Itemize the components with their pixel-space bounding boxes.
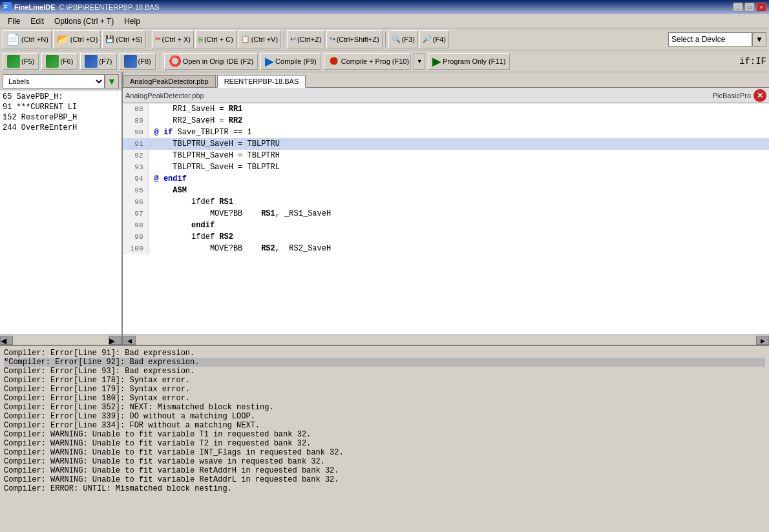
- output-line: "Compiler: Error[Line 92]: Bad expressio…: [4, 358, 765, 367]
- table-row: 100 MOVE?BB RS2, RS2_SaveH: [123, 243, 769, 254]
- left-hscroll-left[interactable]: ◀: [0, 336, 13, 345]
- labels-filter-button[interactable]: ▼: [105, 74, 119, 88]
- tab-analog[interactable]: AnalogPeakDetector.pbp: [123, 75, 216, 87]
- list-item: 244 OverReEnterH: [1, 123, 120, 133]
- menu-bar: File Edit Options (Ctrl + T) Help: [0, 14, 769, 28]
- paste-icon: 📋: [241, 35, 250, 43]
- cut-icon: ✂: [155, 35, 161, 43]
- f6-icon: [46, 55, 59, 68]
- redo-button[interactable]: ↪ (Ctrl+Shift+Z): [326, 30, 383, 48]
- left-hscroll-right[interactable]: ▶: [109, 336, 121, 345]
- chevron-down-icon: ▼: [755, 35, 763, 44]
- f7-button[interactable]: (F7): [80, 53, 116, 70]
- sep3: [385, 32, 386, 47]
- window-controls[interactable]: _ □ ×: [733, 3, 766, 12]
- tabs-bar: AnalogPeakDetector.pbp REENTERPBP-18.BAS: [123, 72, 769, 88]
- f5-button[interactable]: (F5): [3, 53, 39, 70]
- table-row: 99 ifdef RS2: [123, 231, 769, 243]
- close-window-btn[interactable]: ×: [756, 3, 766, 12]
- minimize-btn[interactable]: _: [733, 3, 743, 12]
- table-row: 92 TBLPTRH_SaveH = TBLPTRH: [123, 150, 769, 161]
- output-line: Compiler: WARNING: Unable to fit variabl…: [4, 430, 765, 439]
- open-orig-icon: ⭕: [169, 55, 182, 67]
- editor-compiler-label: PicBasicPro: [713, 92, 751, 99]
- list-item: 91 ***CURRENT LI: [1, 102, 120, 112]
- compile-prog-icon: ⏺: [328, 54, 340, 68]
- output-line: Compiler: WARNING: Unable to fit variabl…: [4, 466, 765, 475]
- compile-prog-dropdown[interactable]: ▼: [414, 53, 425, 70]
- code-table: 88 RR1_SaveH = RR1 89 RR2_SaveH = RR2 90…: [123, 103, 769, 254]
- tab-reenter[interactable]: REENTERPBP-18.BAS: [217, 75, 306, 88]
- copy-icon: ⎘: [198, 36, 203, 43]
- labels-list: 65 SavePBP_H: 91 ***CURRENT LI 152 Resto…: [0, 90, 121, 334]
- labels-header: Labels ▼: [0, 72, 121, 90]
- table-row: 90 @ if Save_TBLPTR == 1: [123, 127, 769, 138]
- table-row: 88 RR1_SaveH = RR1: [123, 103, 769, 115]
- editor-header: AnalogPeakDetector.pbp PicBasicPro ✕: [123, 88, 769, 103]
- table-row: 98 endif: [123, 220, 769, 231]
- device-dropdown-button[interactable]: ▼: [752, 32, 766, 46]
- program-only-button[interactable]: ▶ Program Only (F11): [428, 53, 510, 70]
- find-icon: 🔍: [392, 35, 401, 43]
- content-area: Labels ▼ 65 SavePBP_H: 91 ***CURRENT LI …: [0, 72, 769, 345]
- compile-prog-button[interactable]: ⏺ Compile + Prog (F10): [324, 53, 411, 70]
- if-label: if:IF: [739, 56, 766, 66]
- redo-icon: ↪: [330, 35, 335, 43]
- find-next-icon: 🔎: [423, 35, 432, 43]
- new-icon: 📄: [6, 32, 20, 46]
- close-editor-button[interactable]: ✕: [753, 89, 766, 102]
- undo-button[interactable]: ↩ (Ctrl+Z): [287, 30, 325, 48]
- output-panel: Compiler: Error[Line 91]: Bad expression…: [0, 345, 769, 532]
- output-line: Compiler: Error[Line 178]: Syntax error.: [4, 376, 765, 385]
- paste-button[interactable]: 📋 (Ctrl +V): [238, 30, 281, 48]
- table-row: 94 @ endif: [123, 173, 769, 185]
- new-button[interactable]: 📄 (Ctrl +N): [3, 30, 52, 48]
- svg-text:F: F: [4, 4, 8, 10]
- table-row: 96 ifdef RS1: [123, 196, 769, 208]
- table-row: 95 ASM: [123, 185, 769, 196]
- menu-options[interactable]: Options (Ctrl + T): [49, 15, 119, 27]
- output-line: Compiler: Error[Line 91]: Bad expression…: [4, 349, 765, 358]
- save-button[interactable]: 💾 (Ctrl +S): [102, 30, 145, 48]
- app-name: FineLineIDE: [14, 3, 56, 11]
- output-line: Compiler: Error[Line 180]: Syntax error.: [4, 394, 765, 403]
- output-content[interactable]: Compiler: Error[Line 91]: Bad expression…: [0, 346, 769, 532]
- compile-icon: ▶: [265, 54, 274, 68]
- output-line: Compiler: ERROR: UNTIL: Mismatched block…: [4, 484, 765, 493]
- f6-button[interactable]: (F6): [41, 53, 78, 70]
- find-button[interactable]: 🔍 (F3): [388, 30, 418, 48]
- device-input[interactable]: [668, 32, 752, 46]
- sep2: [284, 32, 284, 47]
- maximize-btn[interactable]: □: [744, 3, 755, 12]
- menu-edit[interactable]: Edit: [25, 15, 49, 27]
- toolbar1: 📄 (Ctrl +N) 📂 (Ctrl +O) 💾 (Ctrl +S) ✂ (C…: [0, 28, 769, 50]
- title-bar: F FineLineIDE C:\PBP\REENTERPBP-18.BAS _…: [0, 0, 769, 14]
- find-next-button[interactable]: 🔎 (F4): [419, 30, 449, 48]
- save-icon: 💾: [105, 35, 114, 43]
- app-logo: F: [3, 2, 12, 12]
- code-hscrollbar[interactable]: ◀ ▶: [123, 334, 769, 345]
- compile-button[interactable]: ▶ Compile (F9): [260, 53, 321, 70]
- open-orig-button[interactable]: ⭕ Open in Origi IDE (F2): [164, 53, 258, 70]
- open-button[interactable]: 📂 (Ctrl +O): [53, 30, 101, 48]
- labels-dropdown[interactable]: Labels: [3, 74, 105, 88]
- sep4: [160, 54, 160, 69]
- code-hscroll-right[interactable]: ▶: [756, 336, 769, 345]
- f7-icon: [85, 55, 98, 68]
- menu-help[interactable]: Help: [119, 15, 145, 27]
- editor-filename: AnalogPeakDetector.pbp: [125, 92, 713, 99]
- code-hscroll-left[interactable]: ◀: [123, 336, 136, 345]
- output-line: Compiler: WARNING: Unable to fit variabl…: [4, 475, 765, 484]
- cut-button[interactable]: ✂ (Ctrl + X): [152, 30, 194, 48]
- list-item: 65 SavePBP_H:: [1, 92, 120, 102]
- sep1: [149, 32, 149, 47]
- code-editor[interactable]: 88 RR1_SaveH = RR1 89 RR2_SaveH = RR2 90…: [123, 103, 769, 334]
- menu-file[interactable]: File: [3, 15, 25, 27]
- left-hscrollbar[interactable]: ◀ ▶: [0, 334, 121, 345]
- device-select: ▼: [668, 32, 766, 46]
- f8-button[interactable]: (F8): [120, 53, 156, 70]
- output-line: Compiler: Error[Line 334]: FOR without a…: [4, 421, 765, 430]
- output-line: Compiler: WARNING: Unable to fit variabl…: [4, 439, 765, 448]
- copy-button[interactable]: ⎘ (Ctrl + C): [195, 30, 237, 48]
- output-line: Compiler: WARNING: Unable to fit variabl…: [4, 448, 765, 457]
